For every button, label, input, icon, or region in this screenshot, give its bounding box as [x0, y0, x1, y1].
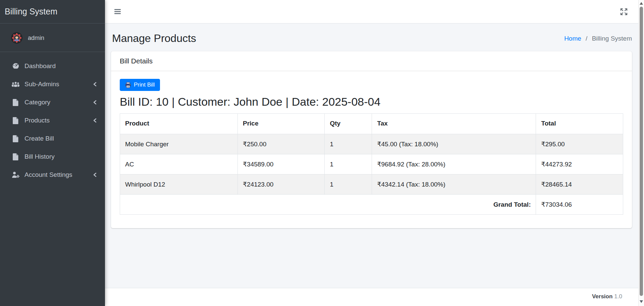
file-icon — [11, 117, 20, 124]
sidebar-item-label: Category — [24, 99, 50, 106]
cell-tax: ₹4342.14 (Tax: 18.00%) — [372, 174, 536, 195]
table-header-row: Product Price Qty Tax Total — [120, 114, 623, 134]
bill-table: Product Price Qty Tax Total Mobile Charg… — [120, 113, 623, 215]
printer-icon — [125, 82, 131, 88]
version-value: 1.0 — [614, 293, 622, 300]
file-icon — [11, 99, 20, 106]
breadcrumb: Home / Billing System — [564, 35, 632, 45]
content-header: Manage Products Home / Billing System — [105, 23, 644, 45]
sidebar-item-create-bill[interactable]: Create Bill — [0, 131, 102, 146]
col-header-product: Product — [120, 114, 238, 134]
sidebar-nav: Dashboard Sub-Admins — [0, 52, 105, 185]
cell-price: ₹24123.00 — [238, 174, 325, 195]
sidebar-item-label: Create Bill — [24, 135, 54, 142]
user-gear-icon — [11, 171, 20, 178]
breadcrumb-home-link[interactable]: Home — [564, 35, 581, 42]
sidebar-item-label: Dashboard — [24, 62, 56, 70]
avatar — [11, 32, 22, 44]
tachometer-icon — [11, 63, 20, 69]
bill-heading: Bill ID: 10 | Customer: John Doe | Date:… — [120, 95, 623, 108]
chevron-left-icon — [93, 82, 97, 87]
card-body: Print Bill Bill ID: 10 | Customer: John … — [111, 71, 632, 228]
app-root: Billing System — [0, 0, 644, 306]
grand-total-value: ₹73034.06 — [536, 195, 623, 215]
scrollbar-thumb[interactable] — [640, 7, 643, 296]
cell-product: AC — [120, 154, 238, 174]
main-area: Manage Products Home / Billing System Bi… — [105, 0, 644, 306]
brand-link[interactable]: Billing System — [0, 0, 105, 23]
sidebar: Billing System — [0, 0, 105, 306]
cell-total: ₹44273.92 — [536, 154, 623, 174]
sidebar-item-account-settings[interactable]: Account Settings — [0, 167, 102, 183]
col-header-price: Price — [238, 114, 325, 134]
cell-qty: 1 — [325, 174, 372, 195]
cell-tax: ₹45.00 (Tax: 18.00%) — [372, 134, 536, 154]
table-row: Mobile Charger ₹250.00 1 ₹45.00 (Tax: 18… — [120, 134, 623, 154]
file-icon — [11, 153, 20, 160]
sidebar-item-label: Products — [24, 117, 50, 124]
expand-arrows-icon[interactable] — [619, 7, 629, 17]
user-name[interactable]: admin — [28, 35, 44, 42]
print-bill-label: Print Bill — [134, 82, 155, 88]
card-header: Bill Details — [111, 51, 632, 71]
sidebar-item-bill-history[interactable]: Bill History — [0, 149, 102, 164]
breadcrumb-current: Billing System — [592, 35, 632, 42]
sidebar-item-label: Bill History — [24, 153, 55, 160]
users-icon — [11, 81, 20, 87]
cell-total: ₹295.00 — [536, 134, 623, 154]
table-row: Whirlpool D12 ₹24123.00 1 ₹4342.14 (Tax:… — [120, 174, 623, 195]
user-panel: admin — [0, 23, 105, 52]
cell-product: Mobile Charger — [120, 134, 238, 154]
top-navbar — [105, 0, 644, 23]
file-icon — [11, 135, 20, 142]
sidebar-item-sub-admins[interactable]: Sub-Admins — [0, 76, 102, 92]
col-header-total: Total — [536, 114, 623, 134]
cell-tax: ₹9684.92 (Tax: 28.00%) — [372, 154, 536, 174]
table-row: AC ₹34589.00 1 ₹9684.92 (Tax: 28.00%) ₹4… — [120, 154, 623, 174]
cell-qty: 1 — [325, 154, 372, 174]
scroll-up-arrow-icon[interactable] — [640, 2, 643, 5]
scroll-down-arrow-icon[interactable] — [640, 300, 643, 303]
grand-total-row: Grand Total: ₹73034.06 — [120, 195, 623, 215]
sidebar-item-products[interactable]: Products — [0, 113, 102, 128]
content: Bill Details — [105, 51, 644, 228]
sidebar-item-label: Sub-Admins — [24, 81, 59, 88]
footer: Version1.0 — [105, 288, 644, 306]
sidebar-item-category[interactable]: Category — [0, 95, 102, 110]
cell-total: ₹28465.14 — [536, 174, 623, 195]
sidebar-item-dashboard[interactable]: Dashboard — [0, 58, 102, 74]
chevron-left-icon — [93, 118, 97, 123]
bill-details-card: Bill Details — [111, 51, 632, 228]
breadcrumb-separator: / — [586, 35, 587, 42]
cell-product: Whirlpool D12 — [120, 174, 238, 195]
col-header-qty: Qty — [325, 114, 372, 134]
hamburger-icon[interactable] — [114, 8, 122, 15]
sidebar-item-label: Account Settings — [24, 171, 72, 178]
chevron-left-icon — [93, 100, 97, 105]
cell-qty: 1 — [325, 134, 372, 154]
version-text: Version1.0 — [592, 293, 622, 299]
chevron-left-icon — [93, 172, 97, 177]
print-bill-button[interactable]: Print Bill — [120, 79, 160, 91]
version-label: Version — [592, 293, 612, 300]
page-title: Manage Products — [111, 32, 196, 45]
vertical-scrollbar[interactable] — [638, 0, 644, 306]
col-header-tax: Tax — [372, 114, 536, 134]
cell-price: ₹250.00 — [238, 134, 325, 154]
grand-total-label: Grand Total: — [120, 195, 536, 215]
cell-price: ₹34589.00 — [238, 154, 325, 174]
